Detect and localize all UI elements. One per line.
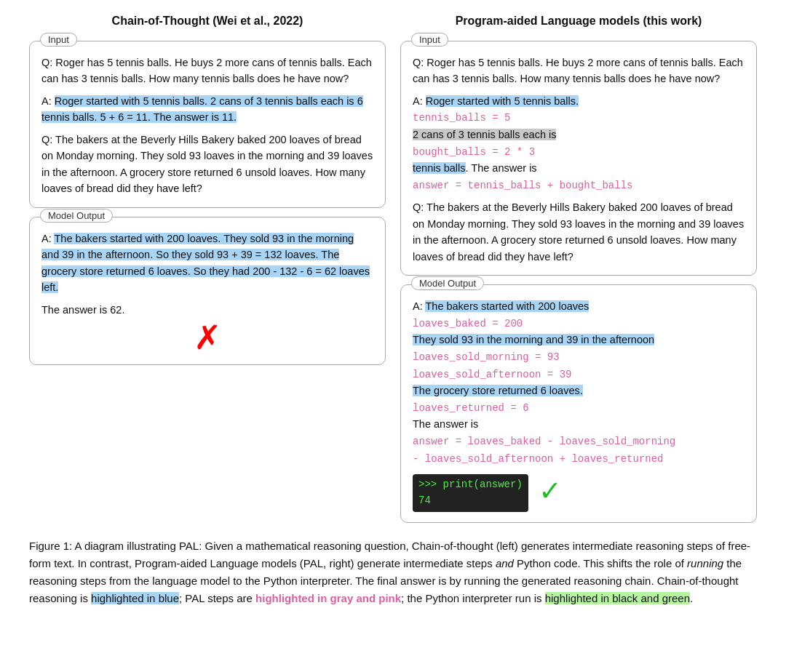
right-out-hl3: The grocery store returned 6 loaves. <box>413 385 583 396</box>
figure-caption: Figure 1: A diagram illustrating PAL: Gi… <box>29 537 757 607</box>
right-code2: bought_balls = 2 * 3 <box>413 143 745 161</box>
right-a1: A: Roger started with 5 tennis balls. <box>413 93 745 109</box>
right-out-code2a: loaves_sold_morning = 93 <box>413 348 745 366</box>
left-input-box: Input Q: Roger has 5 tennis balls. He bu… <box>29 41 386 208</box>
right-line3: tennis balls. The answer is <box>413 160 745 176</box>
right-line2: 2 cans of 3 tennis balls each is <box>413 127 745 143</box>
right-output-box: Model Output A: The bakers started with … <box>400 284 757 522</box>
left-a1: A: Roger started with 5 tennis balls. 2 … <box>41 93 373 126</box>
right-out-code4b: - loaves_sold_afternoon + loaves_returne… <box>413 450 745 468</box>
right-line3-highlighted: tennis balls <box>413 162 466 174</box>
left-q2: Q: The bakers at the Beverly Hills Baker… <box>41 132 373 197</box>
right-terminal-line: >>> print(answer) 74 ✓ <box>413 470 745 511</box>
right-q1: Q: Roger has 5 tennis balls. He buys 2 m… <box>413 55 745 87</box>
right-input-content: Q: Roger has 5 tennis balls. He buys 2 m… <box>413 55 745 265</box>
wrong-mark: ✗ <box>41 321 373 354</box>
right-out-line2: They sold 93 in the morning and 39 in th… <box>413 332 745 348</box>
right-out-line3: The grocery store returned 6 loaves. <box>413 383 745 399</box>
caption-green-highlight: highlighted in black and green <box>545 592 690 604</box>
right-input-label: Input <box>411 33 448 47</box>
caption-blue-highlight: highlighted in blue <box>91 592 179 604</box>
right-out-hl1: The bakers started with 200 loaves <box>425 300 589 312</box>
right-code1: tennis_balls = 5 <box>413 109 745 127</box>
left-q1: Q: Roger has 5 tennis balls. He buys 2 m… <box>41 55 373 87</box>
right-a1-highlighted: Roger started with 5 tennis balls. <box>426 95 579 107</box>
left-output-highlighted: The bakers started with 200 loaves. They… <box>41 233 370 293</box>
right-q2: Q: The bakers at the Beverly Hills Baker… <box>413 199 745 265</box>
left-output-label: Model Output <box>40 209 113 223</box>
left-output-box: Model Output A: The bakers started with … <box>29 217 386 365</box>
left-output-text: A: The bakers started with 200 loaves. T… <box>41 231 373 296</box>
left-title: Chain-of-Thought (Wei et al., 2022) <box>29 15 386 28</box>
left-output-content: A: The bakers started with 200 loaves. T… <box>41 231 373 354</box>
check-mark: ✓ <box>539 477 562 505</box>
caption-pink-highlight: highlighted in gray and pink <box>255 592 401 604</box>
left-input-content: Q: Roger has 5 tennis balls. He buys 2 m… <box>41 55 373 197</box>
right-line2-highlighted: 2 cans of 3 tennis balls each is <box>413 129 556 140</box>
right-input-box: Input Q: Roger has 5 tennis balls. He bu… <box>400 41 757 276</box>
right-output-label: Model Output <box>411 276 484 290</box>
right-code3: answer = tennis_balls + bought_balls <box>413 177 745 194</box>
right-out-line1: A: The bakers started with 200 loaves <box>413 298 745 314</box>
right-out-code3: loaves_returned = 6 <box>413 399 745 417</box>
right-out-code4: answer = loaves_baked - loaves_sold_morn… <box>413 433 745 450</box>
left-input-label: Input <box>40 33 77 47</box>
left-column: Chain-of-Thought (Wei et al., 2022) Inpu… <box>29 15 386 523</box>
right-out-text4: The answer is <box>413 416 745 432</box>
right-out-hl2: They sold 93 in the morning and 39 in th… <box>413 334 654 345</box>
left-a1-highlighted: Roger started with 5 tennis balls. 2 can… <box>41 95 363 123</box>
left-answer-line: The answer is 62. <box>41 302 373 318</box>
right-out-code2b: loaves_sold_afternoon = 39 <box>413 366 745 383</box>
right-out-code1: loaves_baked = 200 <box>413 315 745 332</box>
right-terminal-block: >>> print(answer) 74 <box>413 470 528 511</box>
right-column: Program-aided Language models (this work… <box>400 15 757 523</box>
right-output-content: A: The bakers started with 200 loaves lo… <box>413 298 745 511</box>
main-diagram: Chain-of-Thought (Wei et al., 2022) Inpu… <box>29 15 757 523</box>
right-title: Program-aided Language models (this work… <box>400 15 757 28</box>
terminal-command: >>> print(answer) 74 <box>413 474 528 511</box>
